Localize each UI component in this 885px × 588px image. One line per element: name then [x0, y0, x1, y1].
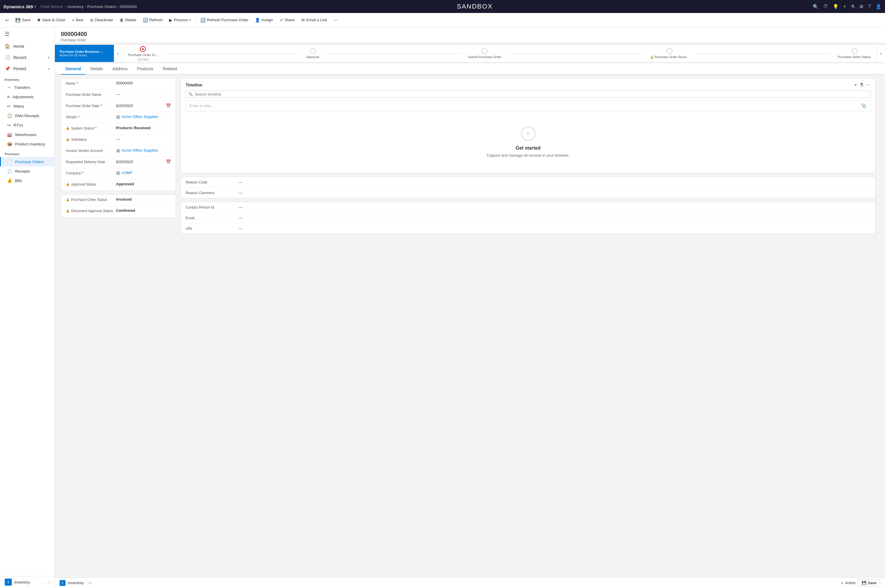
sidebar-bottom-icon: I: [5, 579, 12, 586]
email-link-button[interactable]: ✉ Email a Link: [298, 16, 330, 24]
stage-5[interactable]: Purchase Order Status: [832, 45, 877, 62]
sep2: ›: [85, 4, 86, 9]
field-doc-approval-label: 🔒 Document Approval Status: [66, 208, 116, 213]
settings-icon[interactable]: ⚙: [860, 4, 864, 9]
brand-chevron[interactable]: ▾: [34, 5, 36, 9]
status-bar: I Inventory ◁ Active 💾 Save: [55, 578, 885, 588]
scrollbar[interactable]: [876, 78, 879, 574]
save-button[interactable]: 💾 Save: [12, 16, 34, 24]
stage-4[interactable]: 🔒 Purchase Order Recei...: [644, 45, 695, 62]
new-button[interactable]: + New: [69, 16, 86, 24]
plus-icon[interactable]: +: [843, 4, 846, 9]
sidebar-item-recent[interactable]: 🕒 Recent ▾: [0, 52, 55, 63]
status-module-label: Inventory: [68, 580, 84, 585]
timeline-search[interactable]: 🔍: [186, 91, 870, 98]
sidebar-item-rmas[interactable]: ↩ RMAs: [0, 102, 55, 111]
process-next-button[interactable]: ›: [877, 45, 885, 62]
field-po-date-label: Purchase Order Date *: [66, 103, 116, 108]
field-system-status-value[interactable]: Products Received: [116, 126, 171, 130]
profile-icon[interactable]: 👤: [876, 4, 882, 9]
tab-products[interactable]: Products: [132, 63, 158, 75]
stage-connector-4: [695, 53, 832, 54]
process-chevron[interactable]: ▾: [189, 18, 190, 21]
sidebar-item-home[interactable]: 🏠 Home: [0, 41, 55, 52]
field-vendor-value[interactable]: 🏢 Acme Office Supplies: [116, 114, 171, 119]
stage-1[interactable]: ● Purchase Order Dr... (32 Hrs): [122, 45, 164, 62]
url-value[interactable]: ---: [239, 226, 870, 231]
active-stage[interactable]: Purchase Order Business ... Active for 3…: [55, 45, 114, 62]
stage-2[interactable]: Approval: [300, 45, 325, 62]
timeline-note-input[interactable]: Enter a note... 📎: [186, 100, 870, 111]
reason-comment-value[interactable]: ---: [239, 190, 870, 195]
help-icon[interactable]: ?: [868, 4, 871, 9]
attachment-icon[interactable]: 📎: [861, 103, 867, 109]
sidebar-item-bills[interactable]: 💰 Bills: [0, 176, 55, 185]
refresh-button[interactable]: 🔄 Refresh: [140, 16, 166, 24]
field-delivery-date-value[interactable]: 9/29/2020 📅: [116, 159, 171, 164]
field-po-status-value[interactable]: Invoiced: [116, 197, 171, 201]
status-expand-icon[interactable]: ◁: [88, 580, 91, 585]
search-icon[interactable]: 🔍: [813, 4, 819, 9]
reason-comment-label: Reason Comment: [186, 191, 239, 195]
deactivate-button[interactable]: ⊘ Deactivate: [87, 16, 116, 24]
timeline-more-button[interactable]: ⋯: [866, 82, 870, 88]
delete-button[interactable]: 🗑 Delete: [117, 16, 139, 24]
timeline-add-button[interactable]: +: [854, 82, 857, 88]
field-po-date-value[interactable]: 9/29/2020 📅: [116, 103, 171, 108]
sidebar-item-pinned[interactable]: 📌 Pinned ▾: [0, 63, 55, 74]
sidebar-item-receipts[interactable]: 🧾 Receipts: [0, 166, 55, 176]
field-approval-status-value[interactable]: Approved: [116, 182, 171, 186]
sidebar-item-transfers[interactable]: ↔ Transfers: [0, 82, 55, 92]
timeline-filter-button[interactable]: ⚗: [860, 82, 864, 88]
email-value[interactable]: ---: [239, 216, 870, 220]
sidebar-toggle[interactable]: ☰: [0, 27, 55, 41]
sidebar-bottom[interactable]: I Inventory ◁: [0, 576, 55, 588]
lock-icon-system-status: 🔒: [66, 126, 70, 130]
breadcrumb-purchase-orders[interactable]: Purchase Orders: [87, 4, 116, 9]
dynamics-brand[interactable]: Dynamics 365 ▾: [3, 4, 38, 9]
share-button[interactable]: ↗ Share: [276, 16, 298, 24]
save-close-button[interactable]: ✖ Save & Close: [34, 16, 69, 24]
status-save-button[interactable]: 💾 Save: [858, 579, 880, 586]
bills-icon: 💰: [7, 178, 12, 183]
field-delivery-date-label: Requested Delivery Date: [66, 159, 116, 164]
stage-3[interactable]: Submit Purchase Order: [462, 45, 508, 62]
contact-person-value[interactable]: ---: [239, 205, 870, 210]
sidebar-item-rtvs[interactable]: ↪ RTVs: [0, 120, 55, 130]
field-substatus-value[interactable]: ---: [116, 137, 171, 141]
undo-button[interactable]: ↩: [2, 16, 12, 24]
tab-address[interactable]: Address: [108, 63, 132, 75]
field-company-value[interactable]: 🏢 USMF: [116, 171, 171, 175]
sidebar-item-product-inventory[interactable]: 📦 Product Inventory: [0, 139, 55, 149]
field-name-value[interactable]: 00000400: [116, 81, 171, 85]
sidebar: ☰ 🏠 Home 🕒 Recent ▾ 📌 Pinned ▾ Inventory…: [0, 27, 55, 588]
more-button[interactable]: ⋯: [331, 15, 341, 25]
tab-general[interactable]: General: [61, 63, 86, 75]
timeline-add-circle[interactable]: +: [521, 127, 535, 141]
sidebar-item-warehouses[interactable]: 🏭 Warehouses: [0, 130, 55, 139]
field-doc-approval-value[interactable]: Confirmed: [116, 208, 171, 213]
po-date-calendar-icon[interactable]: 📅: [166, 103, 171, 108]
process-button[interactable]: ▶ Process ▾: [166, 16, 194, 24]
sidebar-item-rma-receipts[interactable]: 📋 RMA Receipts: [0, 111, 55, 120]
breadcrumb-record[interactable]: 00000400: [120, 4, 137, 9]
tab-related[interactable]: Related: [158, 63, 182, 75]
refresh-po-button[interactable]: 🔄 Refresh Purchase Order: [197, 16, 251, 24]
sidebar-item-adjustments[interactable]: ≡ Adjustments: [0, 92, 55, 102]
tab-details[interactable]: Details: [86, 63, 108, 75]
lightbulb-icon[interactable]: 💡: [833, 4, 838, 9]
sidebar-item-purchase-orders[interactable]: 📄 Purchase Orders: [0, 157, 55, 166]
clock-icon[interactable]: ⏱: [824, 4, 828, 9]
timeline-note-placeholder: Enter a note...: [189, 104, 214, 108]
delivery-date-calendar-icon[interactable]: 📅: [166, 159, 171, 164]
reason-code-value[interactable]: ---: [239, 180, 870, 184]
timeline-search-input[interactable]: [195, 92, 868, 96]
process-back-button[interactable]: ‹: [114, 45, 122, 62]
field-system-status: 🔒 System Status * Products Received: [61, 123, 176, 135]
assign-button[interactable]: 👤 Assign: [252, 16, 276, 24]
timeline-get-started-title: Get started: [516, 146, 540, 151]
field-invoice-vendor-value[interactable]: 🏢 Acme Office Supplies: [116, 148, 171, 153]
breadcrumb-inventory[interactable]: Inventory: [68, 4, 84, 9]
field-po-name-value[interactable]: ---: [116, 92, 171, 96]
filter-icon[interactable]: ⚗: [851, 4, 855, 9]
